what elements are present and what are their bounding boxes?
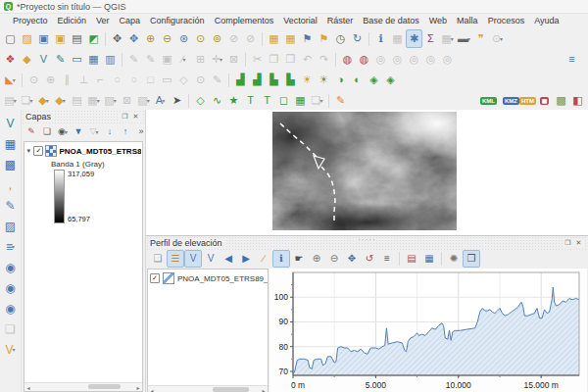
new-virtual-layer-button[interactable]: ▦ (85, 50, 102, 69)
filter-legend-button[interactable]: ▼ (71, 123, 86, 140)
new-mesh-layer-button[interactable]: ▥ (102, 50, 119, 69)
new-shapefile-layer-button[interactable]: V (35, 50, 52, 69)
add-virtual-raster-button[interactable]: ▨ (0, 216, 21, 236)
locator-search-button[interactable]: ⊙▾ (489, 29, 506, 48)
regular-polygon-button[interactable]: ◇ (175, 71, 192, 89)
menu-base-de-datos[interactable]: Base de datos (358, 16, 424, 25)
stretch-lock-min-button[interactable]: ◈ (366, 71, 382, 89)
circle-3-points-button[interactable]: ○ (125, 71, 142, 89)
menu-vectorial[interactable]: Vectorial (278, 16, 322, 25)
edit-in-place-button[interactable]: ⊠ (119, 91, 135, 110)
expand-all-button[interactable]: ↓ (102, 123, 118, 140)
new-spatialite-layer-button[interactable]: ✎ (52, 50, 69, 69)
zoom-in-button[interactable]: ⊕ (142, 29, 159, 48)
show-bookmarks-button[interactable]: ⚑ (316, 29, 332, 48)
profile-panel-float-button[interactable]: ❐ (563, 239, 573, 247)
enable-advanced-digitizing-button[interactable]: ⊙ (25, 71, 42, 89)
pan-to-selection-button[interactable]: ✥ (125, 29, 142, 48)
panel-splitter-handle[interactable]: ····· (358, 235, 375, 244)
annotations-menu-button[interactable]: ❏▾ (19, 91, 35, 110)
menu-malla[interactable]: Malla (452, 16, 483, 25)
profile-panel-close-button[interactable]: ✕ (573, 239, 584, 247)
select-annotation-button[interactable]: ➤ (169, 91, 185, 110)
spatial-bookmarks-button[interactable]: ⚑ (299, 29, 316, 48)
rotate-label-button[interactable]: ◎ (422, 50, 439, 69)
menu-raster[interactable]: Ráster (322, 16, 359, 25)
scroll-left-icon[interactable]: ◂ (24, 384, 32, 391)
vertex-tool-current-layer-button[interactable]: ◣▾ (2, 71, 19, 89)
create-text-annotation-button[interactable]: T (242, 91, 259, 110)
identify-features-button[interactable]: ℹ (372, 29, 389, 48)
add-delimited-text-layer-button[interactable]: , (0, 174, 21, 195)
undo-button[interactable]: ↶ (299, 50, 316, 69)
new-virtual-layer-side-button[interactable]: V▾ (0, 339, 21, 360)
menu-edicion[interactable]: Edición (53, 16, 92, 25)
profile-add-layers-button[interactable]: ❏ (149, 250, 167, 268)
increase-contrast-button[interactable]: ◑ (332, 71, 349, 89)
construction-mode-button[interactable]: ⊕ (42, 71, 59, 89)
highlight-pinned-labels-button[interactable]: ◎ (389, 50, 406, 69)
add-wcs-layer-button[interactable]: ◉ (0, 277, 21, 298)
move-label-button[interactable]: ◎ (406, 50, 422, 69)
export-kmz-button[interactable]: KMZ (503, 91, 519, 110)
process-selected-button[interactable]: ▧▾ (135, 91, 152, 110)
profile-list-hscrollbar[interactable]: ◂ ▸ (148, 385, 268, 392)
new-map-view-button[interactable]: ▦ (266, 29, 282, 48)
processing-toolbox-button[interactable]: ✱ (406, 29, 422, 48)
open-project-button[interactable]: ▨ (19, 29, 35, 48)
profile-layer-list[interactable]: ✓ PNOA_MDT05_ETRS89_HU30_0 ◂ ▸ (147, 269, 269, 392)
scrollbar-thumb[interactable] (88, 384, 121, 389)
pan-map-button[interactable]: ✥ (109, 29, 125, 48)
trim-extend-button[interactable]: ⌐ (92, 71, 109, 89)
zoom-last-button[interactable]: ⊘ (225, 29, 242, 48)
circle-2-points-button[interactable]: ○ (109, 71, 125, 89)
vertex-tool-all-layers-button[interactable]: ✛▾ (209, 50, 225, 69)
new-project-button[interactable]: ▢ (2, 29, 19, 48)
profile-layer-item[interactable]: ✓ PNOA_MDT05_ETRS89_HU30_0 (148, 270, 268, 287)
refresh-map-button[interactable]: ↻ (349, 29, 366, 48)
profile-options-button[interactable]: ≡ (378, 250, 396, 268)
parallel-constraint-button[interactable]: ∥ (59, 71, 75, 89)
add-postgis-layer-button[interactable]: ≡▾ (0, 236, 21, 257)
layer-tree[interactable]: ▾ ✓ PNOA_MDT05_ETRS89_HU Banda 1 (Gray) … (24, 141, 143, 392)
raster-divider-tool-button[interactable]: ▦ (536, 91, 553, 110)
delete-selected-button[interactable]: ⊠ (225, 50, 242, 69)
project-properties-button[interactable]: ◩ (85, 29, 102, 48)
menu-web[interactable]: Web (424, 16, 452, 25)
create-text-along-line-button[interactable]: T (259, 91, 275, 110)
menu-complementos[interactable]: Complementos (210, 16, 279, 25)
layer-labeling-options-button[interactable]: ◍ (339, 50, 356, 69)
atlas-preview-button[interactable]: ▦▾ (85, 91, 102, 110)
toggle-editing-button[interactable]: ✎ (142, 50, 159, 69)
rectangle-3-points-button[interactable]: ▭ (159, 71, 175, 89)
copy-features-button[interactable]: ❐ (266, 50, 282, 69)
create-marker-annotation-button[interactable]: ★ (225, 91, 242, 110)
manage-map-themes-button[interactable]: ◉▾ (55, 123, 71, 140)
profile-pan-button[interactable]: ☛ (290, 250, 308, 268)
export-html-button[interactable]: HTM (519, 91, 536, 110)
geopackage-delete-button[interactable]: ◆▾ (35, 91, 52, 110)
create-polygon-annotation-button[interactable]: ◇ (192, 91, 209, 110)
auto-label-button[interactable]: A▾ (152, 91, 169, 110)
collapse-all-button[interactable]: ↑ (118, 123, 133, 140)
profile-export-pdf-button[interactable]: ▤ (403, 250, 420, 268)
map-decorations-button[interactable]: ▤▾ (2, 91, 19, 110)
save-project-as-button[interactable]: ▣ (52, 29, 69, 48)
profile-capture-curve-button[interactable]: V (184, 250, 202, 268)
menu-procesos[interactable]: Procesos (483, 16, 530, 25)
stretch-lock-max-button[interactable]: ◈ (382, 71, 399, 89)
layers-panel-close-button[interactable]: ✕ (130, 113, 141, 121)
profile-nudge-left-button[interactable]: ◀ (220, 250, 237, 268)
style-annotation-button[interactable]: ✎ (332, 91, 349, 110)
layers-panel-float-button[interactable]: ❐ (120, 113, 130, 121)
geopackage-marker-button[interactable]: ◆▾ (52, 91, 69, 110)
elevation-profile-chart[interactable]: 7080901000 m5.00010.00015.000 m (270, 269, 587, 392)
zoom-out-button[interactable]: ⊖ (159, 29, 175, 48)
profile-export-image-button[interactable]: ▦ (420, 250, 438, 268)
cut-features-button[interactable]: ✂ (249, 50, 266, 69)
map-canvas[interactable] (146, 110, 588, 235)
layout-manager-button[interactable]: ▤ (69, 29, 85, 48)
measure-line-button[interactable]: ▬▾ (456, 29, 472, 48)
open-map-tool-button[interactable]: ▩ (553, 91, 569, 110)
layer-name[interactable]: PNOA_MDT05_ETRS89_HU (59, 147, 141, 156)
